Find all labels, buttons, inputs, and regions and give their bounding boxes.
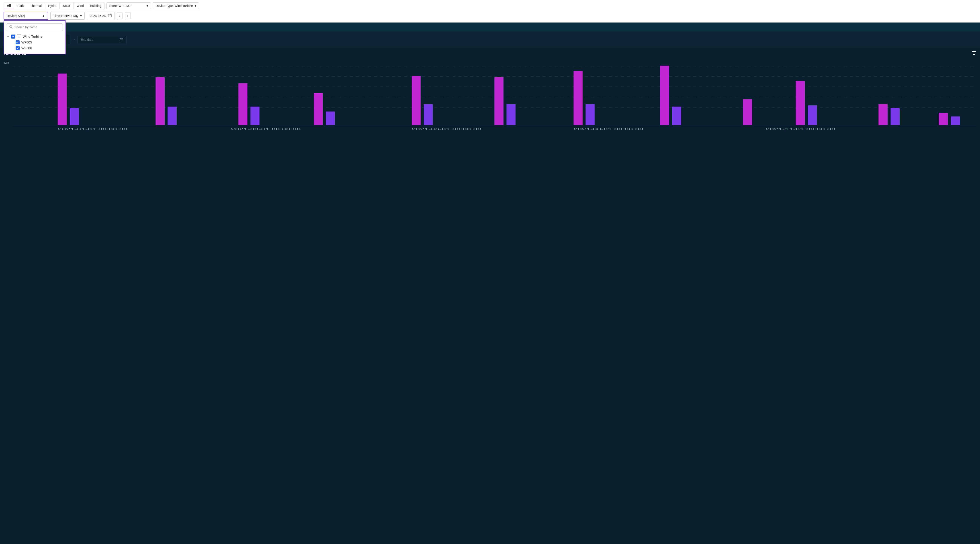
device-chevron: ▲: [42, 14, 45, 18]
svg-rect-46: [939, 113, 948, 125]
svg-rect-30: [250, 107, 259, 125]
svg-rect-42: [796, 81, 805, 125]
wind-turbine-checkbox[interactable]: [11, 35, 15, 38]
svg-rect-39: [660, 66, 669, 125]
tab-solar[interactable]: Solar: [60, 2, 73, 9]
tab-wind[interactable]: Wind: [73, 2, 87, 9]
tree-group-wind-turbine: ▼ Wind Turbine: [7, 34, 63, 40]
svg-rect-43: [808, 105, 817, 125]
svg-rect-28: [168, 107, 177, 125]
tab-building[interactable]: Building: [87, 2, 105, 9]
time-series-header: Time Series: [3, 48, 977, 59]
svg-rect-45: [891, 108, 900, 125]
end-date-placeholder: End date: [81, 38, 93, 41]
svg-rect-29: [238, 83, 247, 125]
wfj06-checkbox[interactable]: [16, 46, 20, 50]
top-filter-bar: All Park Thermal Hydro Solar Wind Buildi…: [0, 0, 980, 11]
svg-rect-34: [424, 104, 433, 125]
tab-hydro[interactable]: Hydro: [45, 2, 60, 9]
tree-item-wfj06: WFJ06: [16, 45, 63, 51]
device-type-dropdown[interactable]: Device Type: Wind Turbine ▾: [153, 2, 199, 9]
next-date-button[interactable]: ›: [125, 12, 131, 19]
chart-y-label: kWh: [3, 61, 9, 64]
svg-rect-36: [506, 104, 515, 125]
expand-arrow-icon[interactable]: ▼: [7, 35, 10, 38]
svg-rect-2: [17, 35, 21, 35]
tab-park[interactable]: Park: [14, 2, 27, 9]
device-label: Device: All(2): [7, 14, 25, 18]
svg-text:2021-11-01 00:00:00: 2021-11-01 00:00:00: [765, 128, 835, 130]
device-type-chevron: ▾: [195, 4, 196, 8]
category-tabs: All Park Thermal Hydro Solar Wind Buildi…: [3, 2, 105, 10]
svg-rect-5: [108, 14, 111, 17]
tab-thermal[interactable]: Thermal: [27, 2, 45, 9]
wind-turbine-group-label: Wind Turbine: [23, 35, 42, 38]
end-date-input[interactable]: End date: [78, 36, 127, 44]
wfj05-label: WFJ05: [21, 40, 32, 44]
svg-rect-25: [58, 73, 67, 125]
device-type-label: Device Type: Wind Turbine: [156, 4, 193, 8]
date-value: 2024-05-24: [90, 14, 106, 18]
svg-text:2021-08-01 00:00:00: 2021-08-01 00:00:00: [574, 128, 643, 130]
svg-rect-27: [156, 77, 165, 125]
store-dropdown[interactable]: Store: WFF102 ▾: [107, 2, 151, 9]
search-icon: [9, 25, 13, 29]
tab-all[interactable]: All: [4, 2, 14, 9]
time-interval-chevron: ▾: [80, 14, 82, 18]
store-label: Store: WFF102: [109, 4, 130, 8]
end-date-calendar-icon: [119, 38, 123, 42]
svg-rect-32: [326, 112, 335, 125]
svg-text:2021-06-01 00:00:00: 2021-06-01 00:00:00: [412, 128, 482, 130]
svg-rect-4: [18, 37, 20, 37]
time-series-chart: 1m 800k 600k 400k 200k 0: [13, 61, 977, 135]
svg-rect-31: [314, 93, 323, 125]
wfj06-label: WFJ06: [21, 46, 32, 50]
svg-line-1: [11, 27, 13, 28]
device-search-box[interactable]: [7, 23, 63, 31]
time-interval-label: Time Interval: Day: [53, 14, 78, 18]
svg-rect-9: [120, 38, 123, 41]
prev-date-button[interactable]: ‹: [117, 12, 123, 19]
time-interval-button[interactable]: Time Interval: Day ▾: [50, 12, 84, 20]
teal-bar: [0, 22, 980, 32]
second-filter-row: Device: All(2) ▲ ▼: [0, 11, 980, 22]
svg-rect-38: [585, 104, 595, 125]
svg-rect-40: [672, 107, 681, 125]
tree-item-wfj05: WFJ05: [16, 40, 63, 45]
wfj05-checkbox[interactable]: [16, 40, 20, 44]
svg-rect-26: [70, 108, 79, 125]
calendar-icon: [108, 14, 111, 18]
svg-rect-3: [18, 36, 21, 36]
svg-rect-44: [878, 104, 888, 125]
device-selector-button[interactable]: Device: All(2) ▲: [3, 12, 48, 20]
svg-text:2021-01-01 00:00:00: 2021-01-01 00:00:00: [58, 128, 127, 130]
chart-area: kWh 1m 800k 600k 400k 200k 0: [3, 59, 977, 135]
device-dropdown-panel: ▼ Wind Turbine: [3, 20, 66, 54]
search-input[interactable]: [14, 26, 60, 29]
filter-icon[interactable]: [972, 51, 977, 56]
date-range-arrow-icon: →: [72, 38, 76, 41]
layer-icon: [17, 35, 21, 38]
svg-rect-41: [743, 99, 752, 125]
svg-rect-47: [951, 116, 960, 125]
store-chevron: ▾: [146, 4, 148, 8]
device-dropdown-container: Device: All(2) ▲ ▼: [3, 12, 48, 20]
svg-rect-33: [412, 76, 421, 125]
time-series-section: Time Series kWh 1m 800k 600k 400k 200k 0: [0, 48, 980, 139]
date-picker-button[interactable]: 2024-05-24: [87, 11, 115, 20]
date-range-section: → End date: [0, 32, 980, 48]
svg-rect-35: [495, 77, 504, 125]
svg-text:2021-03-01 00:00:00: 2021-03-01 00:00:00: [231, 128, 301, 130]
svg-rect-37: [574, 71, 583, 125]
